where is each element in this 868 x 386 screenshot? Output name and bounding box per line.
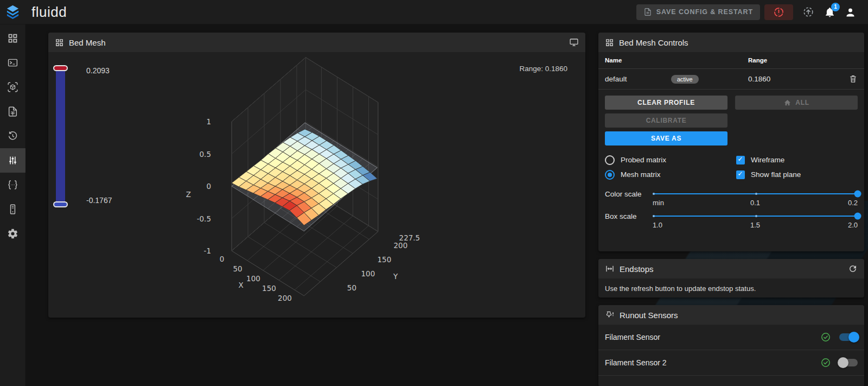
sidebar-item-settings[interactable] bbox=[0, 222, 25, 246]
colorbar-max-handle[interactable] bbox=[53, 65, 68, 71]
svg-text:Z: Z bbox=[186, 190, 191, 199]
sidebar-item-system[interactable] bbox=[0, 197, 25, 222]
profile-range: 0.1860 bbox=[748, 75, 841, 83]
home-icon bbox=[783, 99, 792, 107]
clear-profile-button[interactable]: CLEAR PROFILE bbox=[605, 96, 727, 110]
svg-text:-0.5: -0.5 bbox=[197, 214, 211, 223]
mesh-options: Probed matrix Mesh matrix Wireframe Show… bbox=[598, 149, 864, 182]
sensor-row-filament-sensor-2: Filament Sensor 2 bbox=[598, 350, 864, 376]
sidebar-item-history[interactable] bbox=[0, 124, 25, 148]
gear-icon bbox=[7, 228, 18, 239]
color-scale-slider[interactable] bbox=[653, 193, 858, 194]
svg-text:0: 0 bbox=[206, 182, 211, 191]
column-header-name: Name bbox=[605, 57, 671, 64]
radio-icon[interactable] bbox=[605, 155, 615, 165]
svg-text:150: 150 bbox=[378, 255, 392, 264]
svg-text:0.5: 0.5 bbox=[200, 150, 211, 159]
sensor-label: Filament Sensor 2 bbox=[605, 358, 667, 367]
save-config-restart-button[interactable]: SAVE CONFIG & RESTART bbox=[636, 4, 760, 20]
runout-sensors-title: Runout Sensors bbox=[620, 311, 678, 320]
box-scale-slider[interactable] bbox=[653, 216, 858, 217]
sidebar-item-console[interactable] bbox=[0, 50, 25, 75]
slider-thumb[interactable] bbox=[854, 191, 861, 198]
save-as-button[interactable]: SAVE AS bbox=[605, 131, 727, 145]
sensor-toggle[interactable] bbox=[839, 333, 858, 341]
app-logo[interactable] bbox=[0, 0, 25, 24]
endstops-message: Use the refresh button to update endstop… bbox=[598, 279, 864, 299]
fluidd-logo-icon bbox=[5, 4, 21, 20]
sensor-row-filament-sensor: Filament Sensor bbox=[598, 325, 864, 350]
sidebar-item-jobs[interactable] bbox=[0, 99, 25, 124]
svg-text:200: 200 bbox=[394, 241, 408, 250]
emergency-stop-icon bbox=[773, 7, 784, 18]
bed-mesh-controls-panel: Bed Mesh Controls Name Range default act… bbox=[598, 33, 864, 251]
emergency-stop-button[interactable] bbox=[764, 4, 793, 20]
svg-text:0: 0 bbox=[220, 255, 225, 263]
radio-icon[interactable] bbox=[605, 170, 615, 180]
colorbar-min-handle[interactable] bbox=[53, 201, 68, 207]
box-scale-slider-row: Box scale 1.0 1.5 2.0 bbox=[605, 212, 858, 229]
color-scale-bar[interactable] bbox=[56, 68, 65, 205]
svg-text:200: 200 bbox=[278, 294, 292, 302]
save-file-icon bbox=[643, 8, 652, 16]
radio-probed-matrix[interactable]: Probed matrix bbox=[605, 153, 736, 167]
sidebar-item-gcode-preview[interactable] bbox=[0, 75, 25, 99]
nozzle-alert-icon bbox=[605, 310, 615, 320]
app-title: fluidd bbox=[31, 4, 67, 21]
save-config-label: SAVE CONFIG & RESTART bbox=[656, 8, 753, 16]
svg-text:100: 100 bbox=[361, 269, 375, 278]
sidebar-item-tune[interactable] bbox=[0, 148, 25, 173]
profile-row-default[interactable]: default active 0.1860 bbox=[598, 69, 864, 90]
checkbox-icon[interactable] bbox=[736, 170, 745, 179]
host-restart-icon[interactable] bbox=[802, 6, 814, 18]
history-icon bbox=[7, 130, 18, 142]
svg-text:150: 150 bbox=[262, 284, 276, 293]
svg-text:50: 50 bbox=[347, 283, 356, 292]
active-badge: active bbox=[671, 75, 699, 84]
colorbar-max-label: 0.2093 bbox=[86, 66, 110, 75]
profile-name: default bbox=[605, 75, 671, 83]
server-icon bbox=[7, 204, 18, 215]
checkbox-wireframe[interactable]: Wireframe bbox=[736, 153, 858, 167]
bed-mesh-3d-plot[interactable]: 10.50-0.5-1Z050100150200X50100150200227.… bbox=[48, 33, 585, 318]
column-header-range: Range bbox=[748, 57, 841, 64]
svg-text:50: 50 bbox=[233, 264, 242, 273]
topbar: fluidd SAVE CONFIG & RESTART bbox=[0, 0, 868, 24]
svg-text:-1: -1 bbox=[204, 246, 211, 255]
calibrate-button[interactable]: CALIBRATE bbox=[605, 113, 727, 128]
fullscreen-monitor-icon[interactable] bbox=[569, 37, 579, 47]
notifications-button[interactable]: 1 bbox=[824, 7, 835, 18]
profile-buttons: CLEAR PROFILE ALL CALIBRATE SAVE AS bbox=[598, 90, 864, 145]
slider-thumb[interactable] bbox=[854, 213, 861, 220]
endstops-title: Endstops bbox=[620, 264, 654, 274]
color-scale-label: Color scale bbox=[605, 189, 653, 207]
cube-scan-icon bbox=[7, 81, 18, 93]
account-button[interactable] bbox=[845, 7, 856, 18]
runout-sensors-panel: Runout Sensors Filament Sensor Filament … bbox=[598, 305, 864, 386]
runout-sensors-header: Runout Sensors bbox=[598, 305, 864, 325]
delete-profile-icon[interactable] bbox=[848, 74, 858, 84]
notification-count-badge: 1 bbox=[831, 3, 840, 11]
sidebar-item-configure[interactable] bbox=[0, 173, 25, 197]
refresh-icon[interactable] bbox=[848, 264, 858, 274]
color-scale-slider-row: Color scale min 0.1 0.2 bbox=[605, 189, 858, 207]
scale-sliders: Color scale min 0.1 0.2 Box scale bbox=[598, 182, 864, 229]
sidebar bbox=[0, 24, 25, 386]
dashboard-icon bbox=[7, 33, 18, 44]
bed-mesh-panel-title: Bed Mesh bbox=[69, 38, 106, 47]
home-all-button[interactable]: ALL bbox=[735, 96, 858, 110]
check-circle-icon bbox=[820, 357, 831, 368]
endstops-header: Endstops bbox=[598, 259, 864, 279]
sensor-label: Filament Sensor bbox=[605, 333, 660, 341]
file-document-icon bbox=[7, 106, 18, 117]
colorbar-min-label: -0.1767 bbox=[86, 196, 112, 205]
svg-text:1: 1 bbox=[206, 117, 211, 126]
code-braces-icon bbox=[7, 179, 18, 191]
checkbox-icon[interactable] bbox=[736, 156, 745, 164]
sidebar-item-dashboard[interactable] bbox=[0, 26, 25, 50]
svg-text:100: 100 bbox=[246, 274, 260, 283]
radio-mesh-matrix[interactable]: Mesh matrix bbox=[605, 167, 736, 182]
sensor-toggle[interactable] bbox=[839, 359, 858, 366]
checkbox-show-flat-plane[interactable]: Show flat plane bbox=[736, 167, 858, 182]
box-scale-label: Box scale bbox=[605, 212, 653, 229]
